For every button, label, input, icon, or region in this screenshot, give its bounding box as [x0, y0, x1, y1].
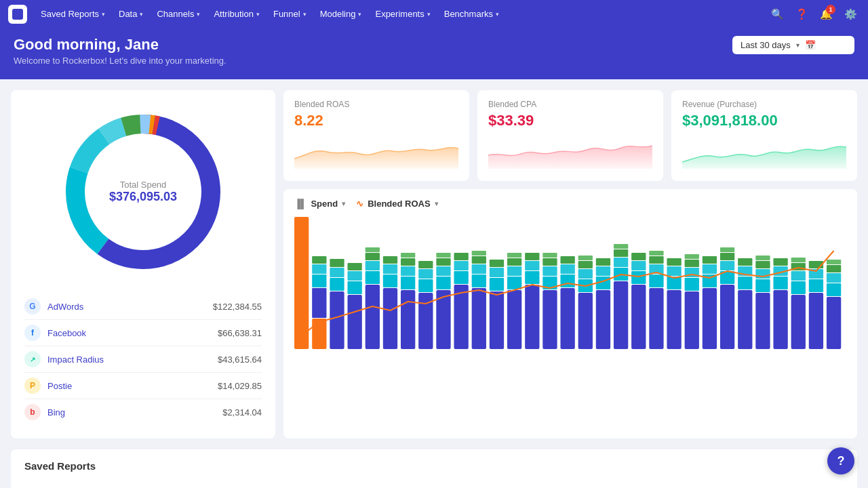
- nav-benchmarks[interactable]: Benchmarks ▾: [437, 0, 506, 28]
- date-range-picker[interactable]: Last 30 days ▾ 📅: [732, 36, 854, 54]
- channel-list: G AdWords $122,384.55 f Facebook $66,638…: [24, 293, 262, 425]
- metric-value: 8.22: [294, 112, 458, 129]
- adwords-icon: G: [24, 298, 41, 314]
- chevron-down-icon: ▾: [496, 11, 499, 18]
- roas-toggle[interactable]: ∿ Blended ROAS ▾: [356, 199, 437, 209]
- svg-rect-92: [631, 271, 646, 284]
- svg-rect-81: [578, 256, 593, 260]
- svg-rect-22: [347, 263, 361, 270]
- channel-name[interactable]: Impact Radius: [47, 354, 218, 365]
- nav-funnel[interactable]: Funnel ▾: [267, 0, 313, 28]
- donut-label: Total Spend: [109, 180, 177, 190]
- svg-rect-86: [614, 281, 628, 349]
- nav-saved-reports[interactable]: Saved Reports ▾: [34, 0, 112, 28]
- app-logo[interactable]: [8, 5, 27, 24]
- svg-rect-15: [330, 291, 344, 349]
- svg-rect-76: [560, 256, 574, 264]
- main-content: Total Spend $376,095.03 G AdWords $122,3…: [0, 79, 868, 449]
- svg-rect-104: [685, 291, 699, 349]
- help-button[interactable]: ❓: [792, 5, 811, 24]
- svg-rect-12: [312, 274, 326, 287]
- svg-rect-65: [525, 271, 539, 284]
- svg-rect-105: [685, 278, 699, 291]
- date-range-label: Last 30 days: [741, 40, 791, 50]
- svg-rect-91: [631, 285, 646, 349]
- svg-rect-143: [827, 265, 841, 272]
- channel-name[interactable]: Postie: [47, 381, 218, 391]
- nav-experiments[interactable]: Experiments ▾: [368, 0, 437, 28]
- svg-rect-89: [614, 249, 628, 257]
- svg-rect-40: [418, 261, 433, 268]
- svg-rect-127: [773, 290, 787, 349]
- saved-reports-section: Saved Reports: [11, 449, 857, 488]
- svg-rect-27: [366, 247, 380, 252]
- saved-reports-ghost: [24, 477, 844, 488]
- svg-rect-54: [472, 251, 486, 256]
- svg-rect-75: [560, 264, 574, 274]
- metric-value: $33.39: [488, 112, 652, 129]
- svg-rect-98: [649, 256, 663, 264]
- svg-rect-137: [809, 279, 823, 292]
- chevron-down-icon: ▾: [427, 11, 431, 18]
- chevron-down-icon: ▾: [197, 11, 200, 18]
- svg-rect-56: [490, 278, 504, 291]
- metric-label: Revenue (Purchase): [682, 100, 846, 109]
- metric-value: $3,091,818.00: [682, 112, 846, 129]
- svg-rect-20: [347, 281, 361, 294]
- svg-rect-18: [330, 259, 344, 267]
- greeting-area: Good morning, Jane Welcome to Rockerbox!…: [14, 36, 226, 66]
- search-button[interactable]: 🔍: [768, 5, 787, 24]
- bar-chart-icon: ▐▌: [294, 199, 307, 209]
- facebook-icon: f: [24, 325, 41, 341]
- channel-name[interactable]: Bing: [47, 407, 222, 418]
- spend-toggle[interactable]: ▐▌ Spend ▾: [294, 199, 345, 209]
- svg-rect-107: [685, 260, 699, 267]
- svg-rect-79: [578, 269, 593, 279]
- channel-name[interactable]: AdWords: [47, 302, 213, 312]
- svg-rect-135: [791, 258, 806, 262]
- svg-rect-28: [383, 288, 397, 349]
- nav-attribution[interactable]: Attribution ▾: [207, 0, 267, 28]
- svg-rect-100: [667, 290, 681, 349]
- saved-reports-title: Saved Reports: [24, 460, 844, 472]
- svg-rect-118: [738, 290, 752, 349]
- svg-rect-35: [401, 258, 415, 266]
- nav-channels[interactable]: Channels ▾: [150, 0, 207, 28]
- svg-rect-88: [614, 258, 628, 267]
- svg-rect-17: [330, 268, 344, 277]
- svg-rect-23: [366, 285, 380, 349]
- list-item: f Facebook $66,638.31: [24, 320, 262, 346]
- nav-modeling[interactable]: Modeling ▾: [313, 0, 369, 28]
- chevron-down-icon: ▾: [256, 11, 260, 18]
- chevron-down-icon: ▾: [435, 200, 438, 207]
- spend-chart-card: ▐▌ Spend ▾ ∿ Blended ROAS ▾: [283, 189, 857, 439]
- svg-rect-116: [720, 253, 734, 260]
- svg-rect-125: [755, 261, 770, 268]
- notification-button[interactable]: 🔔 1: [816, 5, 835, 24]
- svg-rect-53: [472, 256, 486, 264]
- svg-rect-13: [312, 264, 326, 274]
- svg-rect-43: [436, 266, 450, 276]
- channel-name[interactable]: Facebook: [47, 328, 218, 338]
- svg-rect-33: [401, 277, 415, 289]
- chevron-down-icon: ▾: [358, 11, 361, 18]
- help-floating-button[interactable]: ?: [827, 447, 854, 474]
- svg-rect-103: [667, 258, 681, 266]
- greeting-subtitle: Welcome to Rockerbox! Let's dive into yo…: [14, 56, 226, 66]
- svg-rect-115: [720, 261, 734, 270]
- svg-rect-122: [755, 293, 770, 349]
- chart-header: ▐▌ Spend ▾ ∿ Blended ROAS ▾: [294, 199, 846, 209]
- svg-rect-72: [542, 253, 557, 258]
- svg-rect-48: [454, 261, 468, 270]
- svg-rect-96: [649, 274, 663, 287]
- line-chart-icon: ∿: [356, 199, 363, 209]
- svg-rect-85: [596, 258, 610, 266]
- svg-rect-63: [507, 253, 521, 258]
- svg-rect-140: [827, 297, 841, 349]
- svg-rect-44: [436, 258, 450, 266]
- settings-button[interactable]: ⚙️: [841, 5, 860, 24]
- list-item: b Bing $2,314.04: [24, 399, 262, 425]
- svg-rect-130: [773, 258, 787, 266]
- svg-rect-71: [542, 258, 557, 266]
- nav-data[interactable]: Data ▾: [112, 0, 150, 28]
